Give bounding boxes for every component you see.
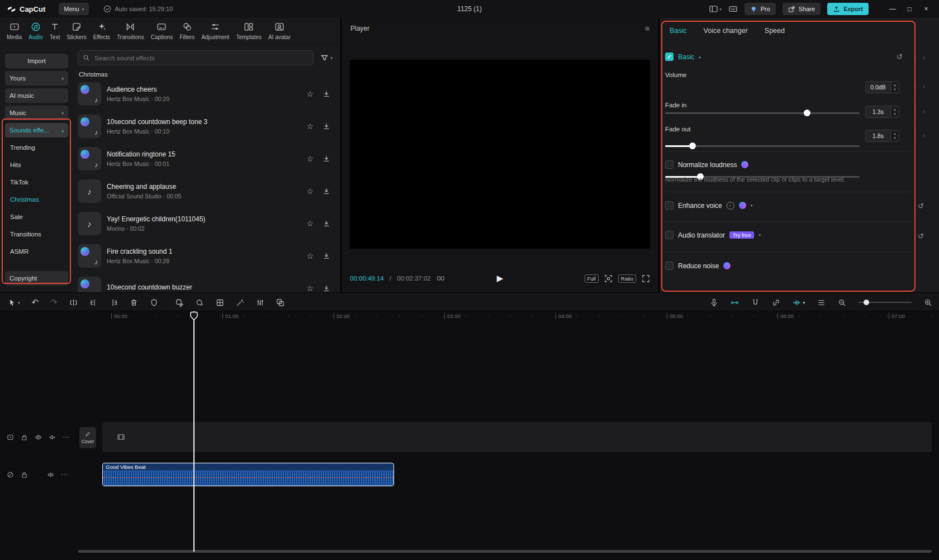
favorite-icon[interactable]: ☆ — [306, 219, 314, 228]
sidebar-item-christmas[interactable]: Christmas — [5, 192, 68, 207]
pro-button[interactable]: Pro — [744, 3, 776, 15]
chevron-down-icon[interactable]: ▾ — [758, 233, 761, 237]
tab-captions[interactable]: Captions — [148, 18, 176, 44]
keyframe-next-icon[interactable]: › — [923, 131, 925, 139]
sound-item[interactable]: ♪ Notification ringtone 15Hertz Box Musi… — [78, 143, 333, 175]
tab-effects[interactable]: Effects — [90, 18, 113, 44]
delete-icon[interactable] — [130, 298, 138, 307]
track-thumbnail-icon[interactable] — [7, 434, 14, 441]
more-icon[interactable]: ⋯ — [63, 433, 69, 441]
download-icon[interactable] — [323, 252, 330, 260]
timeline-zoom-slider[interactable] — [859, 299, 912, 306]
volume-slider[interactable] — [665, 110, 860, 116]
stepper-up-icon[interactable]: ▴ — [894, 83, 895, 87]
inspector-tab-basic[interactable]: Basic — [670, 27, 687, 35]
eye-icon[interactable] — [35, 434, 42, 441]
inspector-tab-voice-changer[interactable]: Voice changer — [704, 27, 748, 35]
zoom-out-icon[interactable] — [838, 298, 846, 307]
maximize-button[interactable]: □ — [901, 0, 918, 18]
video-track-lane[interactable] — [102, 422, 932, 452]
full-button[interactable]: Full — [585, 274, 599, 283]
mute-speaker-icon[interactable] — [49, 434, 56, 441]
tab-stickers[interactable]: Stickers — [63, 18, 90, 44]
fade-in-stepper[interactable]: ▴▾ — [891, 106, 899, 118]
zoom-in-icon[interactable] — [924, 298, 932, 307]
sound-item[interactable]: ♪ Cheering and applauseOfficial Sound St… — [78, 175, 333, 207]
keyframe-next-icon[interactable]: › — [923, 107, 925, 115]
lock-icon[interactable] — [21, 471, 28, 478]
volume-slider-handle[interactable] — [804, 110, 810, 116]
tab-adjustment[interactable]: Adjustment — [198, 18, 233, 44]
sidebar-item-tiktok[interactable]: TikTok — [5, 175, 68, 189]
favorite-icon[interactable]: ☆ — [306, 187, 314, 196]
sidebar-item-hits[interactable]: Hits — [5, 158, 68, 172]
tab-media[interactable]: Media — [3, 18, 25, 44]
normalize-checkbox[interactable] — [665, 160, 674, 169]
stepper-up-icon[interactable]: ▴ — [894, 107, 895, 112]
download-icon[interactable] — [323, 220, 330, 227]
fade-out-stepper[interactable]: ▴▾ — [891, 130, 899, 142]
sound-item[interactable]: ♪ Yay! Energetic children(1011045)Morino… — [78, 207, 333, 240]
record-disabled-icon[interactable] — [7, 471, 14, 478]
undo-button[interactable]: ↶ — [32, 297, 39, 307]
player-menu-icon[interactable]: ≡ — [645, 24, 649, 33]
playhead-handle[interactable] — [190, 311, 198, 321]
tab-ai-avatar[interactable]: AI avatar — [265, 18, 294, 44]
sound-item[interactable]: ♪ Fire crackling sound 1Hertz Box Music … — [78, 240, 333, 272]
download-icon[interactable] — [323, 122, 330, 130]
chevron-down-icon[interactable]: ▾ — [751, 203, 753, 207]
keyframe-prev-icon[interactable]: ‹ — [914, 131, 916, 139]
sound-item[interactable]: ♪ 10second countdown buzzer ☆ — [78, 272, 333, 293]
reset-icon[interactable]: ↺ — [918, 202, 924, 210]
basic-checkbox[interactable]: ✓ — [665, 53, 674, 61]
keyframe-next-icon[interactable]: › — [923, 54, 925, 61]
frame-view-icon[interactable] — [437, 274, 445, 282]
link-clips-icon[interactable] — [772, 298, 780, 307]
transform-icon[interactable] — [216, 298, 224, 307]
search-box[interactable] — [78, 50, 314, 65]
sidebar-item-ai-music[interactable]: AI music — [5, 88, 68, 103]
playhead-line[interactable] — [193, 311, 195, 552]
export-button[interactable]: Export — [827, 3, 869, 15]
favorite-icon[interactable]: ☆ — [306, 89, 314, 98]
keyframe-prev-icon[interactable]: ‹ — [914, 107, 916, 115]
magic-wand-icon[interactable] — [236, 298, 244, 307]
lock-icon[interactable] — [21, 434, 28, 441]
stepper-down-icon[interactable]: ▾ — [894, 87, 895, 92]
snapshot-icon[interactable] — [604, 274, 613, 283]
speaker-icon[interactable] — [47, 471, 54, 478]
more-icon[interactable]: ⋯ — [61, 471, 68, 478]
sidebar-item-copyright[interactable]: Copyright — [5, 271, 68, 286]
record-voiceover-icon[interactable] — [710, 298, 718, 307]
zoom-slider-handle[interactable] — [864, 300, 869, 305]
mask-icon[interactable] — [196, 298, 204, 307]
favorite-icon[interactable]: ☆ — [306, 284, 314, 293]
timeline-ruler[interactable]: 00:00 01:00 02:00 03:00 04:00 05:00 06:0… — [0, 311, 939, 320]
sidebar-item-sale[interactable]: Sale — [5, 210, 68, 224]
audio-translator-checkbox[interactable] — [665, 231, 674, 239]
split-icon[interactable] — [69, 298, 78, 307]
select-tool-button[interactable]: ▾ — [8, 298, 20, 307]
track-height-icon[interactable] — [817, 298, 826, 307]
download-icon[interactable] — [323, 90, 330, 98]
volume-stepper[interactable]: ▴▾ — [891, 81, 899, 93]
shortcuts-button[interactable] — [728, 5, 738, 13]
redo-button[interactable]: ↷ — [50, 297, 58, 307]
sidebar-item-asmr[interactable]: ASMR — [5, 244, 68, 259]
fullscreen-icon[interactable] — [642, 274, 650, 283]
collapse-icon[interactable]: ▴ — [699, 55, 701, 59]
delete-right-icon[interactable] — [110, 298, 118, 307]
menu-button[interactable]: Menu ▾ — [59, 3, 89, 15]
workspace-layout-button[interactable]: ▾ — [709, 5, 722, 13]
sound-item[interactable]: ♪ Audience cheersHertz Box Music · 00:20… — [78, 78, 333, 110]
sidebar-item-trending[interactable]: Trending — [5, 140, 68, 155]
delete-left-icon[interactable] — [89, 298, 98, 307]
minimize-button[interactable]: — — [884, 0, 901, 18]
stepper-down-icon[interactable]: ▾ — [894, 112, 895, 116]
search-input[interactable] — [93, 54, 309, 62]
waveform-view-button[interactable]: ▾ — [793, 298, 805, 307]
sidebar-item-yours[interactable]: Yours ▾ — [5, 71, 68, 86]
stepper-up-icon[interactable]: ▴ — [894, 131, 895, 136]
favorite-icon[interactable]: ☆ — [306, 154, 314, 163]
magnet-snap-icon[interactable] — [751, 298, 760, 307]
